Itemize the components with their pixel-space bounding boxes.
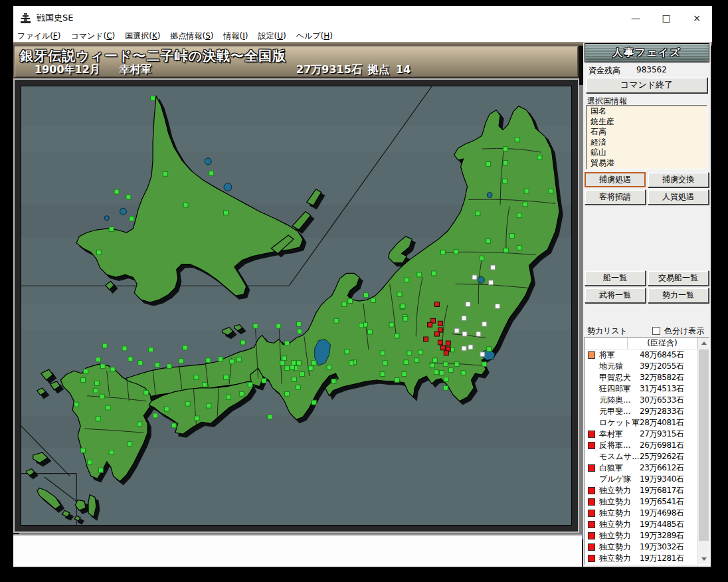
green-castle-dot[interactable] [282, 356, 287, 361]
green-castle-dot[interactable] [432, 271, 436, 276]
list-button-2[interactable]: 武将一覧 [585, 288, 646, 303]
green-castle-dot[interactable] [153, 413, 158, 418]
power-row-1[interactable]: 地元猿39万2055石 [585, 361, 697, 372]
green-castle-dot[interactable] [503, 179, 507, 183]
green-castle-dot[interactable] [149, 347, 153, 352]
red-castle-dot[interactable] [446, 341, 450, 345]
green-castle-dot[interactable] [509, 233, 514, 238]
power-list-col-koku[interactable]: (臣従含) [628, 338, 697, 349]
green-castle-dot[interactable] [240, 340, 245, 345]
green-castle-dot[interactable] [414, 358, 419, 363]
green-castle-dot[interactable] [253, 324, 258, 328]
power-row-9[interactable]: モスムサ...25万9262石 [585, 451, 697, 462]
power-row-12[interactable]: 独立勢力19万6817石 [585, 485, 697, 496]
minimize-button[interactable]: — [620, 6, 651, 30]
power-row-4[interactable]: 元陸奥...30万6533石 [585, 395, 697, 406]
green-castle-dot[interactable] [74, 402, 79, 407]
green-castle-dot[interactable] [417, 272, 422, 277]
white-castle-dot[interactable] [482, 322, 487, 326]
green-castle-dot[interactable] [371, 298, 375, 303]
green-castle-dot[interactable] [342, 302, 347, 307]
green-castle-dot[interactable] [209, 171, 214, 175]
green-castle-dot[interactable] [405, 278, 409, 282]
green-castle-dot[interactable] [389, 322, 394, 327]
green-castle-dot[interactable] [276, 324, 281, 328]
green-castle-dot[interactable] [236, 357, 241, 362]
white-castle-dot[interactable] [454, 328, 459, 333]
green-castle-dot[interactable] [248, 382, 252, 387]
red-castle-dot[interactable] [444, 351, 448, 355]
white-castle-dot[interactable] [468, 345, 473, 349]
menu-item-3[interactable]: 拠点情報(S) [171, 31, 214, 42]
green-castle-dot[interactable] [292, 377, 297, 382]
red-castle-dot[interactable] [428, 322, 432, 327]
green-castle-dot[interactable] [395, 378, 399, 383]
green-castle-dot[interactable] [206, 358, 211, 363]
green-castle-dot[interactable] [96, 417, 100, 421]
green-castle-dot[interactable] [364, 293, 369, 298]
green-castle-dot[interactable] [171, 423, 176, 428]
green-castle-dot[interactable] [380, 372, 385, 377]
list-button-3[interactable]: 勢力一覧 [648, 288, 709, 303]
green-castle-dot[interactable] [404, 360, 409, 365]
green-castle-dot[interactable] [290, 365, 295, 370]
green-castle-dot[interactable] [430, 363, 435, 368]
green-castle-dot[interactable] [224, 211, 228, 215]
green-castle-dot[interactable] [81, 378, 86, 383]
green-castle-dot[interactable] [163, 171, 167, 176]
white-castle-dot[interactable] [462, 332, 467, 336]
green-castle-dot[interactable] [285, 341, 290, 345]
green-castle-dot[interactable] [433, 358, 438, 363]
green-castle-dot[interactable] [476, 211, 480, 216]
green-castle-dot[interactable] [503, 147, 507, 151]
green-castle-dot[interactable] [98, 468, 103, 472]
green-castle-dot[interactable] [96, 250, 101, 254]
color-toggle-label[interactable]: 色分け表示 [664, 326, 704, 337]
green-castle-dot[interactable] [155, 363, 160, 367]
green-castle-dot[interactable] [383, 361, 387, 365]
green-castle-dot[interactable] [137, 422, 142, 427]
green-castle-dot[interactable] [102, 343, 107, 348]
green-castle-dot[interactable] [345, 349, 349, 354]
green-castle-dot[interactable] [418, 350, 423, 355]
green-castle-dot[interactable] [81, 448, 86, 453]
power-list-scrollbar[interactable] [697, 338, 709, 564]
power-row-11[interactable]: ブルゲ隊19万9340石 [585, 474, 697, 485]
color-toggle-checkbox[interactable] [652, 327, 660, 335]
green-castle-dot[interactable] [487, 347, 492, 351]
green-castle-dot[interactable] [397, 292, 402, 297]
green-castle-dot[interactable] [439, 371, 444, 375]
green-castle-dot[interactable] [183, 345, 187, 350]
green-castle-dot[interactable] [194, 375, 199, 380]
green-castle-dot[interactable] [262, 379, 266, 383]
power-list-col-name[interactable] [585, 338, 628, 349]
green-castle-dot[interactable] [138, 361, 143, 365]
close-button[interactable]: × [682, 6, 712, 30]
menu-item-1[interactable]: コマンド(C) [70, 31, 115, 42]
green-castle-dot[interactable] [503, 160, 507, 165]
power-row-6[interactable]: ロケット軍28万4081石 [585, 417, 697, 429]
menu-item-2[interactable]: 国選択(K) [125, 31, 160, 42]
maximize-button[interactable]: □ [651, 6, 682, 30]
green-castle-dot[interactable] [517, 245, 521, 250]
green-castle-dot[interactable] [461, 371, 466, 375]
power-row-18[interactable]: 独立勢力19万1281石 [585, 553, 697, 564]
green-castle-dot[interactable] [285, 391, 290, 396]
green-castle-dot[interactable] [349, 361, 354, 365]
green-castle-dot[interactable] [515, 138, 519, 142]
green-castle-dot[interactable] [109, 227, 114, 232]
green-castle-dot[interactable] [285, 366, 290, 371]
power-row-14[interactable]: 独立勢力19万4698石 [585, 508, 697, 519]
green-castle-dot[interactable] [224, 375, 228, 380]
power-row-2[interactable]: 甲賀忍犬32万8582石 [585, 372, 697, 383]
green-castle-dot[interactable] [227, 395, 231, 399]
power-row-0[interactable]: 将軍48万6845石 [585, 349, 697, 361]
power-row-3[interactable]: 狂四郎軍31万4513石 [585, 383, 697, 395]
green-castle-dot[interactable] [524, 189, 529, 193]
white-castle-dot[interactable] [472, 275, 477, 280]
green-castle-dot[interactable] [443, 385, 448, 390]
red-castle-dot[interactable] [424, 337, 428, 341]
green-castle-dot[interactable] [179, 359, 183, 363]
green-castle-dot[interactable] [144, 390, 149, 395]
action-button-0[interactable]: 捕虜処遇 [585, 172, 646, 187]
